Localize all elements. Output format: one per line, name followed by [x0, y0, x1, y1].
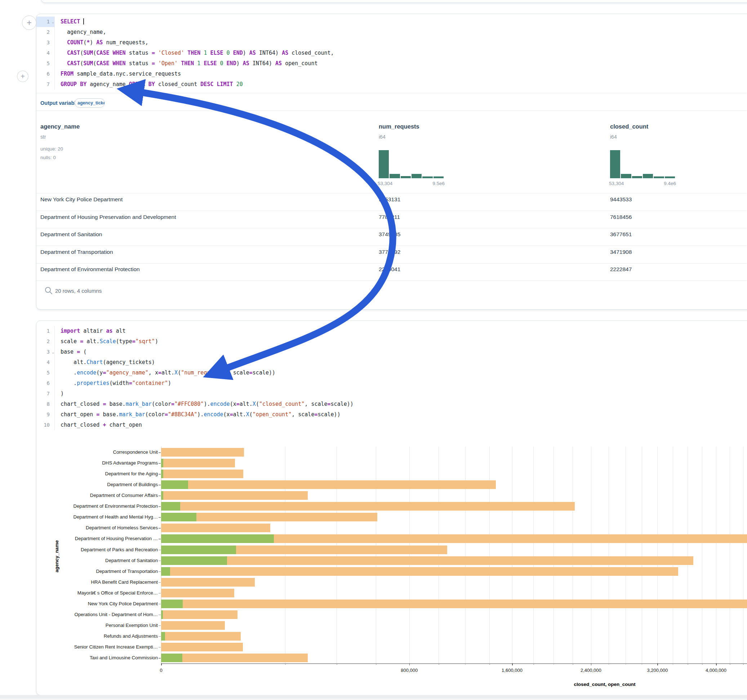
column-type: i64	[610, 134, 617, 140]
y-axis-label: Department of Transportation	[50, 569, 158, 574]
page-gap	[0, 695, 747, 698]
histogram-bar	[422, 177, 432, 178]
bar-open-count	[161, 556, 227, 565]
bar-open-count	[161, 469, 163, 478]
y-axis-tick	[159, 604, 161, 605]
sql-editor[interactable]: 1⌄SELECT 2 agency_name,3 COUNT(*) AS num…	[36, 17, 747, 90]
search-icon[interactable]	[45, 287, 53, 294]
x-axis-line	[161, 663, 747, 664]
x-axis-tick	[161, 663, 162, 665]
cell-agency-name: Department of Housing Preservation and D…	[40, 214, 176, 220]
y-axis-label: Department of Sanitation	[50, 558, 158, 563]
line-number: 6	[36, 69, 55, 79]
line-number: 7	[36, 389, 55, 399]
bar-open-count	[161, 513, 197, 521]
cell-num-requests: 7782211	[379, 214, 400, 220]
page-gap	[0, 698, 747, 700]
x-axis-tick	[409, 663, 410, 665]
cell-num-requests: 3749485	[379, 231, 400, 238]
code-text: chart_closed + chart_open	[55, 420, 142, 430]
code-line: 6 .properties(width="container")	[36, 378, 747, 389]
y-axis-label: Department for the Aging	[50, 471, 158, 477]
x-axis-tick-label: 3,200,000	[647, 668, 668, 673]
code-line: 4 alt.Chart(agency_tickets)	[36, 357, 747, 368]
y-axis-label: Taxi and Limousine Commission	[50, 655, 158, 661]
y-axis-tick	[159, 474, 161, 475]
bar-open-count	[161, 610, 163, 619]
code-line: 2scale = alt.Scale(type="sqrt")	[36, 336, 747, 347]
cell-agency-name: Department of Environmental Protection	[40, 266, 140, 273]
y-axis-tick	[159, 550, 161, 551]
divider	[36, 93, 747, 93]
collapse-chevron-icon[interactable]: ⌄	[52, 347, 54, 357]
line-number: 10	[36, 420, 55, 430]
line-number: 5	[36, 368, 55, 378]
bar-closed-count	[161, 653, 308, 662]
output-variable-pill[interactable]: agency_tickets	[75, 98, 105, 108]
code-text: base = (	[55, 347, 86, 357]
code-text: FROM sample_data.nyc.service_requests	[55, 69, 181, 79]
cell-agency-name: Department of Transportation	[40, 249, 113, 255]
y-axis-tick	[159, 528, 161, 529]
y-axis-tick	[159, 452, 161, 453]
line-number: 8	[36, 399, 55, 409]
add-cell-button-output[interactable]: +	[17, 71, 29, 82]
cell-agency-name: Department of Sanitation	[40, 231, 102, 238]
bar-open-count	[161, 599, 183, 608]
bar-closed-count	[161, 469, 243, 478]
row-divider	[36, 246, 747, 246]
bar-closed-count	[161, 480, 496, 489]
row-divider	[36, 211, 747, 211]
line-number: 3⌄	[36, 347, 55, 357]
code-text: scale = alt.Scale(type="sqrt")	[55, 336, 158, 347]
code-line: 2 agency_name,	[36, 27, 747, 38]
gridline	[591, 447, 591, 663]
y-axis-label: Personal Exemption Unit	[50, 623, 158, 628]
y-axis-label: Refunds and Adjustments	[50, 634, 158, 639]
histogram-max-label: 9.4e6	[610, 181, 676, 186]
cell-closed-count: 3677651	[610, 231, 632, 238]
code-line: 3⌄base = (	[36, 347, 747, 357]
bar-open-count	[161, 653, 182, 662]
gridline	[730, 447, 730, 663]
gridline	[642, 447, 642, 663]
bar-closed-count	[161, 610, 237, 619]
code-line: 1import altair as alt	[36, 326, 747, 336]
y-axis-label: Senior Citizen Rent Increase Exempti…	[50, 644, 158, 650]
bar-closed-count	[161, 621, 225, 630]
y-axis-tick	[159, 615, 161, 616]
gridline	[285, 447, 286, 663]
code-text: .properties(width="container")	[55, 378, 171, 389]
add-cell-button-top[interactable]: +	[22, 15, 36, 30]
bar-closed-count	[161, 599, 747, 608]
collapse-chevron-icon[interactable]: ⌄	[52, 17, 54, 27]
bar-closed-count	[161, 578, 255, 587]
column-histogram	[610, 150, 675, 178]
gridline	[533, 447, 534, 663]
cell-closed-count: 7618456	[610, 214, 632, 220]
y-axis-label: Mayorâ€ s Office of Special Enforce…	[50, 590, 158, 596]
code-line: 9chart_open = base.mark_bar(color="#8BC3…	[36, 409, 747, 420]
cell-num-requests: 3774892	[379, 249, 400, 255]
code-line: 10chart_closed + chart_open	[36, 420, 747, 430]
row-divider	[36, 263, 747, 264]
x-axis-tick	[512, 663, 513, 665]
code-text: CAST(SUM(CASE WHEN status = 'Open' THEN …	[55, 58, 318, 69]
y-axis-tick	[159, 517, 161, 518]
gridline	[702, 447, 702, 663]
line-number: 7	[36, 79, 55, 90]
histogram-bar	[610, 150, 620, 178]
code-text: )	[55, 389, 64, 399]
y-axis-tick	[159, 572, 161, 572]
gridline	[573, 447, 573, 663]
gridline	[688, 447, 688, 663]
bar-closed-count	[161, 567, 678, 576]
code-text: alt.Chart(agency_tickets)	[55, 357, 155, 368]
y-axis-label: New York City Police Department	[50, 601, 158, 606]
line-number: 1	[36, 326, 55, 336]
cell-agency-name: New York City Police Department	[40, 196, 122, 203]
column-type: i64	[379, 134, 386, 140]
python-editor[interactable]: 1import altair as alt2scale = alt.Scale(…	[36, 326, 747, 430]
x-axis-tick	[591, 663, 592, 665]
y-axis-line	[161, 447, 162, 663]
